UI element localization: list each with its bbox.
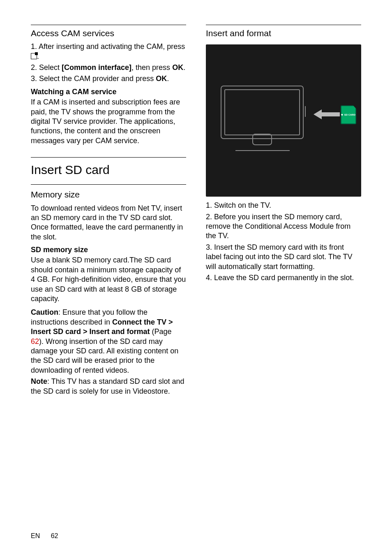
step-text: 4. Leave the SD card permanently in the … — [206, 273, 361, 283]
heading-access-cam: Access CAM services — [31, 28, 186, 39]
svg-rect-2 — [253, 134, 272, 145]
text: ). Wrong insertion of the SD card may da… — [31, 337, 178, 374]
arrow-left-icon — [314, 109, 340, 120]
manual-page: Access CAM services 1. After inserting a… — [0, 0, 392, 557]
text: (Page — [150, 327, 172, 336]
page-footer: EN 62 — [31, 532, 58, 541]
step-text: 3. Insert the SD memory card with its fr… — [206, 243, 361, 272]
button-label: OK — [156, 74, 167, 83]
caution-label: Caution — [31, 308, 58, 316]
button-label: OK — [172, 63, 183, 72]
step-text: 3. Select the CAM provider and press OK. — [31, 74, 186, 84]
menu-option: [Common interface] — [62, 63, 131, 72]
divider — [31, 184, 186, 185]
sd-card-icon: ◀ SD CARD — [341, 105, 356, 124]
heading-memory-size: Memory size — [31, 189, 186, 200]
sd-card-label: SD CARD — [344, 114, 355, 116]
step-text: 1. After inserting and activating the CA… — [31, 42, 186, 61]
tv-icon — [221, 86, 312, 153]
page-reference-link[interactable]: 62 — [31, 337, 39, 346]
subheading-watching: Watching a CAM service — [31, 87, 186, 97]
text: 2. Select — [31, 63, 62, 72]
subheading-sd-size: SD memory size — [31, 245, 186, 255]
note-label: Note — [31, 377, 47, 385]
text: : This TV has a standard SD card slot an… — [31, 377, 184, 395]
footer-page-number: 62 — [51, 532, 58, 539]
heading-insert-sd: Insert SD card — [31, 162, 186, 178]
text: 3. Select the CAM provider and press — [31, 74, 156, 83]
body-text: To download rented videos from Net TV, i… — [31, 204, 186, 242]
two-column-layout: Access CAM services 1. After inserting a… — [31, 25, 361, 398]
text: . — [167, 74, 169, 83]
step-text: 2. Select [Common interface], then press… — [31, 63, 186, 72]
left-column: Access CAM services 1. After inserting a… — [31, 25, 186, 398]
body-text: Use a blank SD memory card.The SD card s… — [31, 255, 186, 304]
divider — [31, 25, 186, 25]
right-column: Insert and format ◀ SD CARD — [206, 25, 361, 398]
svg-rect-1 — [225, 90, 300, 135]
caution-paragraph: Caution: Ensure that you follow the inst… — [31, 308, 186, 375]
step-text: 2. Before you insert the SD memory card,… — [206, 212, 361, 241]
divider — [206, 25, 361, 25]
svg-marker-5 — [314, 109, 340, 119]
note-paragraph: Note: This TV has a standard SD card slo… — [31, 377, 186, 396]
options-button-icon — [31, 53, 37, 59]
body-text: If a CAM is inserted and subscription fe… — [31, 97, 186, 146]
step-text: 1. Switch on the TV. — [206, 201, 361, 210]
footer-language: EN — [31, 532, 40, 539]
divider — [31, 157, 186, 158]
sd-card-illustration: ◀ SD CARD — [206, 44, 361, 197]
text: . — [183, 63, 185, 72]
svg-rect-0 — [221, 86, 303, 139]
text: , then press — [131, 63, 172, 72]
text: 1. After inserting and activating the CA… — [31, 42, 185, 51]
heading-insert-format: Insert and format — [206, 28, 361, 39]
